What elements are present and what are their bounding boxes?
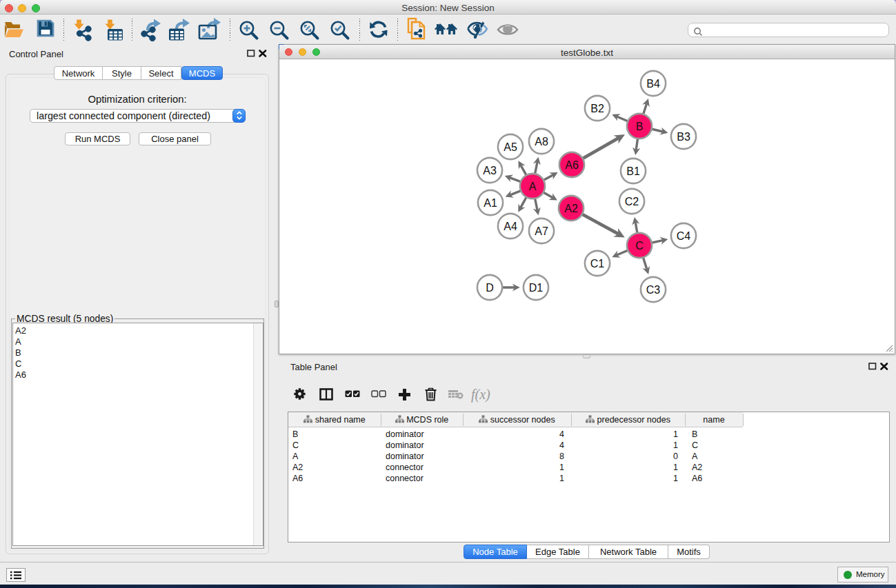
svg-text:C3: C3 [646,284,661,296]
svg-text:A2: A2 [564,203,578,214]
svg-text:B4: B4 [646,78,660,90]
svg-text:A3: A3 [483,165,497,176]
svg-text:D1: D1 [529,282,544,294]
svg-text:C: C [635,240,644,252]
svg-text:D: D [486,282,494,294]
svg-text:A: A [529,181,537,192]
svg-text:A6: A6 [565,159,579,171]
svg-text:B2: B2 [590,103,604,114]
svg-text:A7: A7 [535,225,548,237]
svg-text:B: B [636,121,644,132]
svg-text:C2: C2 [625,196,639,207]
svg-text:C4: C4 [677,230,691,242]
svg-text:B1: B1 [626,165,640,177]
svg-text:B3: B3 [677,131,690,143]
svg-text:A4: A4 [504,221,517,232]
svg-text:A5: A5 [504,141,517,153]
svg-text:A8: A8 [535,136,548,148]
svg-text:C1: C1 [590,258,605,270]
svg-text:A1: A1 [484,197,497,209]
